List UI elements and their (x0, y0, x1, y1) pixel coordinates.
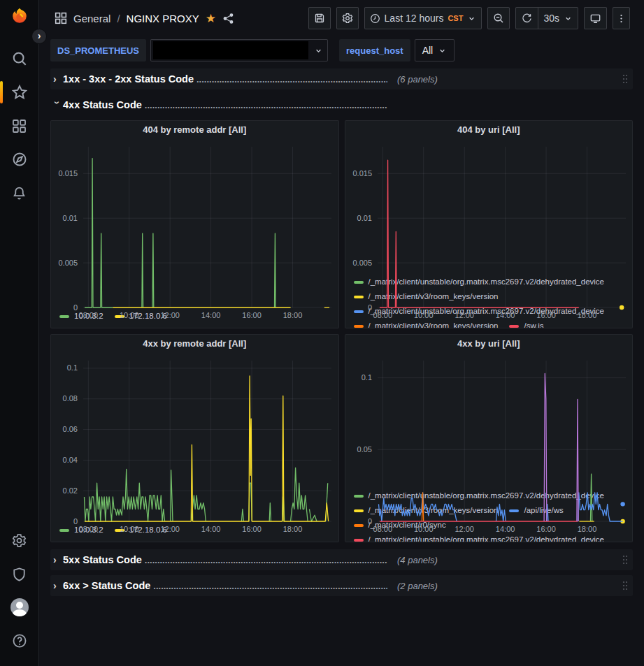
star-filled-icon[interactable]: ★ (206, 13, 216, 24)
series-line (241, 509, 243, 522)
dashboards-grid-icon[interactable] (55, 12, 67, 24)
timezone-label: CST (448, 14, 463, 22)
x-tick-label: 10:00 (413, 311, 433, 319)
chevron-right-icon: › (53, 580, 63, 591)
more-options-kebab-icon[interactable] (613, 7, 630, 29)
datasource-select[interactable] (150, 39, 328, 61)
x-tick-label: 10:00 (413, 525, 433, 533)
panel-title[interactable]: 4xx by remote addr [All] (51, 338, 338, 354)
row-header-1xx-3xx-2xx[interactable]: › 1xx - 3xx - 2xx Status Code ..........… (50, 68, 633, 89)
chevron-down-icon (314, 46, 323, 55)
timeseries-chart[interactable]: 08:0010:0012:0014:0016:0018:0000.020.040… (51, 354, 338, 521)
row-drag-handle-icon[interactable] (622, 73, 629, 85)
time-range-picker[interactable]: Last 12 hours CST (364, 7, 482, 29)
x-tick-label: 14:00 (495, 525, 515, 533)
variables-bar: DS_PROMETHEUS request_host All (39, 36, 644, 64)
y-tick-label: 0.05 (357, 445, 371, 454)
refresh-interval-dropdown[interactable]: 30s (538, 7, 578, 29)
zoom-out-time-button[interactable] (487, 7, 510, 29)
panel-grid: 404 by remote addr [All] 08:0010:0012:00… (50, 120, 633, 542)
x-tick-label: 14:00 (495, 311, 515, 319)
save-dashboard-button[interactable] (308, 7, 331, 29)
series-line (496, 504, 506, 521)
timeseries-chart[interactable]: 08:0010:0012:0014:0016:0018:0000.0050.01… (51, 140, 338, 307)
panel-title[interactable]: 404 by remote addr [All] (51, 124, 338, 140)
x-tick-label: 16:00 (242, 525, 262, 533)
user-avatar[interactable] (6, 595, 34, 620)
y-tick-label: 0.1 (67, 363, 78, 372)
series-line (590, 474, 592, 521)
y-tick-label: 0 (367, 303, 371, 312)
chevron-down-icon (438, 46, 447, 55)
series-line (152, 233, 154, 307)
row-drag-handle-icon[interactable] (622, 580, 629, 591)
panel-title[interactable]: 4xx by uri [All] (345, 338, 633, 354)
y-tick-label: 0.015 (352, 169, 372, 178)
breadcrumb: General / NGINX PROXY ★ (55, 12, 234, 24)
y-tick-label: 0.04 (63, 456, 78, 464)
dashboard-canvas: › 1xx - 3xx - 2xx Status Code ..........… (39, 64, 644, 666)
x-tick-label: 18:00 (577, 311, 596, 319)
chevron-down-icon: › (53, 101, 63, 110)
chevron-down-icon (467, 14, 476, 23)
series-line (85, 376, 329, 521)
main-area: General / NGINX PROXY ★ Last 12 hours (39, 0, 644, 666)
row-title: 6xx > Status Code (63, 580, 153, 591)
request-host-select[interactable]: All (415, 39, 455, 61)
x-tick-label: 08:00 (79, 525, 99, 533)
series-line (192, 495, 206, 521)
configuration-gear-icon[interactable] (6, 528, 34, 553)
y-tick-label: 0 (73, 517, 78, 526)
dashboards-icon[interactable] (6, 113, 34, 138)
chevron-right-icon: › (53, 554, 63, 565)
alerting-bell-icon[interactable] (6, 180, 34, 205)
row-title: 5xx Status Code (63, 554, 145, 565)
series-line (309, 509, 317, 522)
grafana-app: › General / NGINX PROXY ★ (0, 0, 644, 666)
dashboard-settings-button[interactable] (336, 7, 359, 29)
share-icon[interactable] (222, 13, 234, 24)
x-tick-label: 18:00 (577, 525, 596, 533)
row-header-5xx[interactable]: › 5xx Status Code ......................… (50, 549, 633, 570)
x-tick-label: 08:00 (373, 311, 392, 319)
datasource-value-redacted (153, 41, 308, 59)
y-tick-label: 0.08 (63, 394, 78, 403)
request-host-variable-label[interactable]: request_host (339, 39, 410, 61)
x-tick-label: 14:00 (201, 525, 221, 533)
starred-dashboards-icon[interactable] (6, 80, 34, 105)
grafana-logo-icon[interactable] (10, 7, 29, 27)
x-tick-label: 18:00 (283, 525, 303, 533)
legend-swatch (354, 325, 364, 328)
active-section-indicator (0, 81, 3, 103)
panel-title[interactable]: 404 by uri [All] (345, 124, 633, 140)
row-header-4xx[interactable]: › 4xx Status Code ......................… (50, 94, 633, 115)
server-admin-shield-icon[interactable] (6, 561, 34, 586)
refresh-interval-value: 30s (543, 13, 559, 24)
help-question-icon[interactable] (6, 628, 34, 653)
row-drag-handle-icon[interactable] (622, 554, 629, 565)
row-header-6xx[interactable]: › 6xx > Status Code ....................… (50, 575, 633, 596)
datasource-variable-label[interactable]: DS_PROMETHEUS (50, 39, 146, 61)
y-tick-label: 0.06 (63, 425, 78, 433)
y-tick-label: 0.1 (361, 373, 371, 382)
kiosk-mode-button[interactable] (584, 7, 607, 29)
y-tick-label: 0 (73, 303, 78, 312)
row-leader-dots: ........................................… (153, 581, 387, 591)
y-tick-label: 0.005 (352, 259, 372, 267)
search-icon[interactable] (6, 46, 34, 71)
breadcrumb-folder[interactable]: General (73, 13, 110, 24)
row-title: 1xx - 3xx - 2xx Status Code (63, 73, 196, 85)
timeseries-chart[interactable]: 08:0010:0012:0014:0016:0018:0000.050.1 (345, 354, 633, 487)
sidebar-expand-button[interactable]: › (31, 29, 47, 44)
panel-404-by-uri: 404 by uri [All] 08:0010:0012:0014:0016:… (345, 120, 634, 328)
refresh-button-group: 30s (515, 7, 578, 29)
x-tick-label: 16:00 (536, 311, 556, 319)
timeseries-chart[interactable]: 08:0010:0012:0014:0016:0018:0000.0050.01… (345, 140, 633, 273)
series-line (269, 503, 271, 521)
series-line (85, 470, 165, 522)
x-tick-label: 16:00 (536, 525, 556, 533)
dashboard-title[interactable]: NGINX PROXY (127, 13, 199, 24)
refresh-button[interactable] (515, 7, 538, 29)
explore-compass-icon[interactable] (6, 147, 34, 172)
x-tick-label: 12:00 (455, 311, 474, 319)
